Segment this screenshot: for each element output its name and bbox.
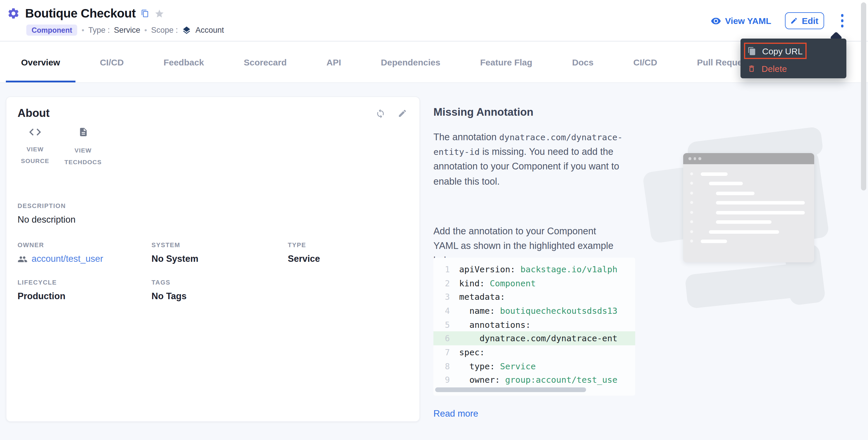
tab-feature-flag[interactable]: Feature Flag — [465, 41, 548, 82]
code-horizontal-scrollbar[interactable] — [435, 387, 586, 392]
pencil-icon — [790, 17, 798, 25]
tab-docs[interactable]: Docs — [557, 41, 609, 82]
yaml-code-block: 1apiVersion: backstage.io/v1alph 2kind: … — [433, 258, 635, 396]
document-icon — [78, 126, 88, 138]
description-label: DESCRIPTION — [18, 202, 66, 209]
editor-titlebar — [683, 153, 814, 164]
system-value: No System — [152, 253, 198, 264]
page-scrollbar[interactable] — [861, 2, 866, 191]
page: Boutique Checkout Component • Type : Ser… — [0, 0, 868, 440]
edit-button[interactable]: Edit — [785, 12, 824, 29]
tags-label: TAGS — [152, 279, 170, 286]
favorite-star-icon[interactable] — [154, 8, 164, 19]
code-line-5: 5 annotations: — [433, 318, 635, 332]
layers-icon — [182, 26, 191, 35]
code-icon — [28, 126, 42, 137]
owner-value: account/test_user — [32, 253, 103, 264]
owner-link[interactable]: account/test_user — [18, 253, 103, 264]
refresh-icon[interactable] — [375, 109, 385, 119]
scope-value: Account — [195, 26, 224, 34]
tab-scorecard[interactable]: Scorecard — [229, 41, 302, 82]
delete-label: Delete — [762, 63, 787, 73]
scope-label: Scope : — [151, 26, 178, 34]
tab-api[interactable]: API — [311, 41, 356, 82]
about-card: About VIEW SOURCE VIEW TECHDOCS DESCRIPT… — [6, 96, 420, 422]
copy-icon — [747, 46, 756, 55]
owner-label: OWNER — [18, 241, 44, 248]
context-menu: Copy URL Delete — [741, 39, 846, 78]
lifecycle-label: LIFECYCLE — [18, 279, 57, 286]
editor-window — [683, 153, 814, 262]
code-line-6-highlighted: 6 dynatrace.com/dynatrace-ent — [433, 332, 635, 345]
menu-item-delete[interactable]: Delete — [741, 60, 846, 76]
lifecycle-value: Production — [18, 291, 65, 302]
copy-title-icon[interactable] — [141, 9, 149, 18]
code-line-7: 7spec: — [433, 345, 635, 359]
system-label: SYSTEM — [152, 241, 180, 248]
edit-about-icon[interactable] — [398, 109, 407, 118]
code-line-8: 8 type: Service — [433, 359, 635, 373]
menu-item-copy-url[interactable]: Copy URL — [741, 43, 846, 59]
tab-cicd-2[interactable]: CI/CD — [618, 41, 673, 82]
read-more-link[interactable]: Read more — [433, 408, 478, 419]
entity-meta: Component • Type : Service • Scope : Acc… — [26, 25, 224, 36]
eye-icon — [710, 16, 721, 25]
view-techdocs-link[interactable]: VIEW TECHDOCS — [63, 126, 103, 168]
kind-badge: Component — [26, 25, 78, 36]
copy-url-label: Copy URL — [762, 46, 803, 56]
tab-overview[interactable]: Overview — [6, 41, 75, 82]
view-yaml-label: View YAML — [725, 16, 771, 26]
description-value: No description — [18, 214, 75, 225]
type-field-label: TYPE — [288, 241, 306, 248]
type-field-value: Service — [288, 253, 320, 264]
view-techdocs-label: VIEW TECHDOCS — [63, 145, 103, 168]
about-card-title: About — [18, 107, 50, 120]
page-title: Boutique Checkout — [25, 6, 136, 21]
code-line-9: 9 owner: group:account/test_use — [433, 373, 635, 387]
gear-icon — [7, 7, 20, 20]
missing-annotation-title: Missing Annotation — [433, 106, 533, 119]
people-icon — [18, 256, 28, 262]
code-line-3: 3metadata: — [433, 290, 635, 304]
tab-bar: Overview CI/CD Feedback Scorecard API De… — [0, 41, 868, 83]
code-line-2: 2kind: Component — [433, 276, 635, 290]
code-line-1: 1apiVersion: backstage.io/v1alph — [433, 262, 635, 276]
entity-header: Boutique Checkout Component • Type : Ser… — [0, 0, 868, 41]
view-source-label: VIEW SOURCE — [14, 144, 56, 167]
separator-dot: • — [145, 26, 147, 34]
tab-dependencies[interactable]: Dependencies — [366, 41, 455, 82]
separator-dot: • — [82, 26, 84, 34]
missing-annotation-paragraph: The annotation dynatrace.com/dynatrace-e… — [433, 130, 645, 189]
more-options-kebab-icon[interactable] — [837, 12, 847, 30]
tab-feedback[interactable]: Feedback — [148, 41, 219, 82]
code-editor-illustration — [654, 136, 827, 308]
type-value: Service — [114, 26, 141, 34]
type-label: Type : — [88, 26, 110, 34]
trash-icon — [747, 64, 756, 73]
code-line-4: 4 name: boutiquecheckoutsdsds13 — [433, 304, 635, 317]
tags-value: No Tags — [152, 291, 187, 302]
edit-label: Edit — [802, 16, 818, 26]
view-yaml-button[interactable]: View YAML — [710, 16, 771, 26]
view-source-link[interactable]: VIEW SOURCE — [14, 126, 56, 167]
tab-cicd[interactable]: CI/CD — [85, 41, 139, 82]
